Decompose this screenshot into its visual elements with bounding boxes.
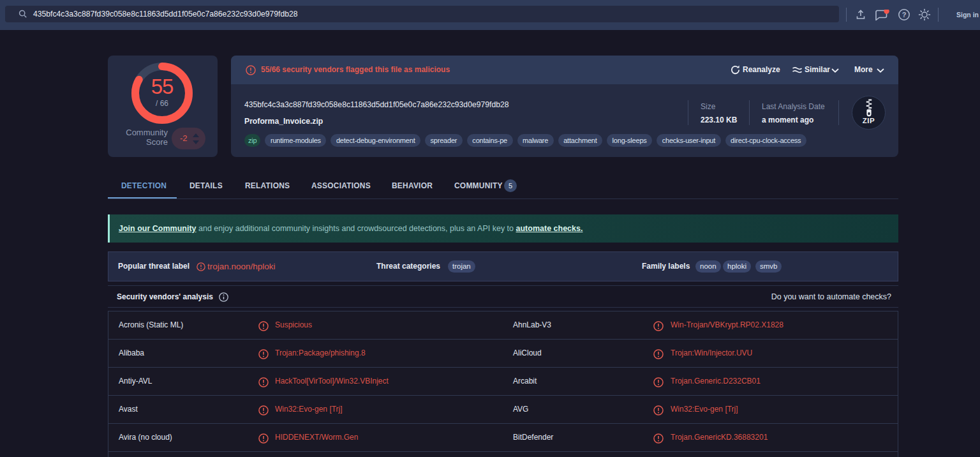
svg-text:?: ? — [902, 11, 907, 19]
